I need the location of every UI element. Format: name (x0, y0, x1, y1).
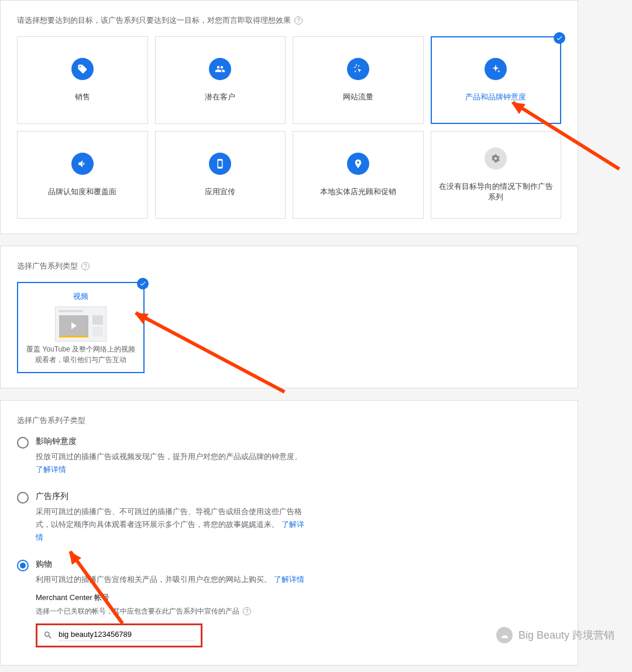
option-title: 广告序列 (36, 491, 561, 502)
goal-label: 本地实体店光顾和促销 (315, 187, 401, 197)
learn-more-link[interactable]: 了解详情 (36, 465, 66, 474)
type-label-text: 选择广告系列类型 (17, 261, 78, 271)
learn-more-link[interactable]: 了解详情 (274, 575, 304, 584)
merchant-title: Merchant Center 帐号 (36, 592, 561, 603)
goal-app[interactable]: 应用宣传 (155, 131, 286, 219)
type-video-card[interactable]: 视频 覆盖 YouTube 及整个网络上的视频观看者，吸引他们与广告互动 (17, 282, 145, 373)
tag-icon (71, 58, 94, 80)
campaign-type-panel: 选择广告系列类型 ? 视频 覆盖 YouTube 及整个网络上的视频观看者，吸引… (0, 246, 578, 388)
option-desc: 利用可跳过的插播广告宣传相关产品，并吸引用户在您的网站上购买。 了解详情 (36, 573, 311, 586)
help-icon[interactable]: ? (243, 607, 251, 615)
goal-label: 在没有目标导向的情况下制作广告系列 (431, 181, 561, 202)
option-desc: 采用可跳过的插播广告、不可跳过的插播广告、导视广告或组合使用这些广告格式，以特定… (36, 505, 311, 544)
subtype-label-text: 选择广告系列子类型 (17, 415, 85, 426)
phone-icon (209, 153, 231, 175)
subtype-option-influence[interactable]: 影响钟意度 投放可跳过的插播广告或视频发现广告，提升用户对您的产品或品牌的钟意度… (17, 436, 561, 476)
goal-awareness[interactable]: 品牌认知度和覆盖面 (17, 131, 148, 219)
goal-label: 产品和品牌钟意度 (461, 92, 531, 102)
video-thumbnail-icon (55, 306, 107, 342)
goal-label: 潜在客户 (200, 92, 240, 102)
subtype-panel: 选择广告系列子类型 影响钟意度 投放可跳过的插播广告或视频发现广告，提升用户对您… (0, 400, 578, 666)
goal-leads[interactable]: 潜在客户 (155, 36, 286, 124)
cursor-click-icon (347, 58, 369, 80)
sparkle-icon (485, 58, 507, 80)
goals-panel: 请选择想要达到的目标，该广告系列只要达到这一目标，对您而言即取得理想效果 ? 销… (0, 0, 578, 234)
subtype-option-shopping[interactable]: 购物 利用可跳过的插播广告宣传相关产品，并吸引用户在您的网站上购买。 了解详情 (17, 559, 561, 586)
goal-label: 销售 (70, 92, 95, 102)
type-section-label: 选择广告系列类型 ? (17, 261, 561, 271)
check-icon (137, 278, 149, 290)
goal-local[interactable]: 本地实体店光顾和促销 (293, 131, 424, 219)
goal-traffic[interactable]: 网站流量 (293, 36, 424, 124)
people-icon (209, 58, 231, 80)
type-desc: 覆盖 YouTube 及整个网络上的视频观看者，吸引他们与广告互动 (24, 344, 138, 365)
goal-label: 品牌认知度和覆盖面 (43, 187, 121, 197)
goal-label: 应用宣传 (200, 187, 240, 197)
option-title: 影响钟意度 (36, 436, 561, 447)
option-title: 购物 (36, 559, 561, 570)
merchant-hint: 选择一个已关联的帐号，其中应包含要在此广告系列中宣传的产品 ? (36, 606, 561, 616)
radio-icon[interactable] (17, 560, 29, 571)
goals-label-text: 请选择想要达到的目标，该广告系列只要达到这一目标，对您而言即取得理想效果 (17, 15, 291, 26)
type-title: 视频 (24, 291, 138, 302)
gear-icon (485, 147, 507, 170)
radio-icon[interactable] (17, 437, 29, 449)
subtype-section-label: 选择广告系列子类型 (17, 415, 561, 426)
option-desc: 投放可跳过的插播广告或视频发现广告，提升用户对您的产品或品牌的钟意度。 了解详情 (36, 450, 311, 476)
goals-section-label: 请选择想要达到的目标，该广告系列只要达到这一目标，对您而言即取得理想效果 ? (17, 15, 561, 26)
goal-no-guidance[interactable]: 在没有目标导向的情况下制作广告系列 (431, 131, 562, 219)
radio-icon[interactable] (17, 492, 29, 504)
pin-icon (347, 153, 369, 175)
merchant-center-block: Merchant Center 帐号 选择一个已关联的帐号，其中应包含要在此广告… (36, 592, 561, 647)
goals-grid: 销售 潜在客户 网站流量 产品和品牌钟意度 (17, 36, 561, 219)
goal-label: 网站流量 (338, 92, 378, 102)
check-icon (554, 32, 565, 44)
help-icon[interactable]: ? (294, 16, 303, 25)
goal-sales[interactable]: 销售 (17, 36, 148, 124)
search-icon (43, 630, 53, 640)
goal-consideration[interactable]: 产品和品牌钟意度 (431, 36, 562, 124)
subtype-option-sequence[interactable]: 广告序列 采用可跳过的插播广告、不可跳过的插播广告、导视广告或组合使用这些广告格… (17, 491, 561, 544)
merchant-search-box[interactable] (36, 623, 202, 647)
megaphone-icon (71, 153, 94, 175)
help-icon[interactable]: ? (81, 262, 90, 270)
merchant-search-input[interactable] (59, 630, 195, 641)
